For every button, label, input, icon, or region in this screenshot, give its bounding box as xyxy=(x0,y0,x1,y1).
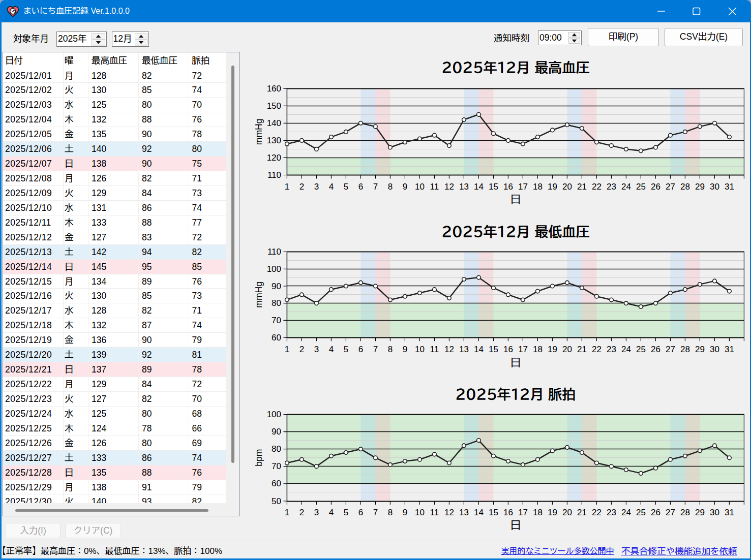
svg-text:13: 13 xyxy=(459,345,469,354)
svg-text:mmHg: mmHg xyxy=(254,119,264,145)
svg-text:27: 27 xyxy=(666,182,675,192)
svg-text:11: 11 xyxy=(430,508,439,517)
svg-text:4: 4 xyxy=(329,508,334,517)
svg-text:17: 17 xyxy=(518,345,528,354)
svg-text:日: 日 xyxy=(510,519,521,532)
svg-text:30: 30 xyxy=(710,508,719,517)
svg-text:27: 27 xyxy=(666,508,675,517)
svg-text:11: 11 xyxy=(430,345,439,354)
svg-text:27: 27 xyxy=(666,345,675,354)
svg-text:22: 22 xyxy=(592,345,602,354)
svg-text:70: 70 xyxy=(272,316,281,325)
svg-text:1: 1 xyxy=(285,508,289,517)
svg-text:10: 10 xyxy=(415,508,425,517)
svg-text:10: 10 xyxy=(415,182,425,192)
svg-text:18: 18 xyxy=(533,345,543,354)
svg-text:20: 20 xyxy=(562,182,572,192)
svg-text:14: 14 xyxy=(474,345,484,354)
svg-text:29: 29 xyxy=(695,182,705,192)
svg-text:13: 13 xyxy=(459,182,469,192)
svg-text:2025年12月 脈拍: 2025年12月 脈拍 xyxy=(456,387,576,401)
svg-text:6: 6 xyxy=(358,182,363,192)
svg-text:26: 26 xyxy=(651,508,660,517)
svg-text:12: 12 xyxy=(444,182,454,192)
svg-text:30: 30 xyxy=(710,182,719,192)
svg-text:9: 9 xyxy=(403,182,407,192)
svg-text:29: 29 xyxy=(695,508,705,517)
svg-text:100: 100 xyxy=(267,410,281,419)
svg-text:150: 150 xyxy=(267,101,281,111)
svg-text:100: 100 xyxy=(267,264,281,274)
svg-text:23: 23 xyxy=(607,345,616,354)
svg-text:15: 15 xyxy=(489,508,498,517)
svg-text:16: 16 xyxy=(503,182,513,192)
svg-text:16: 16 xyxy=(503,508,513,517)
svg-text:2: 2 xyxy=(299,182,304,192)
svg-text:31: 31 xyxy=(725,182,734,192)
svg-text:12: 12 xyxy=(444,345,454,354)
svg-text:5: 5 xyxy=(344,345,348,354)
svg-text:20: 20 xyxy=(562,508,572,517)
svg-text:5: 5 xyxy=(344,508,348,517)
svg-text:110: 110 xyxy=(267,170,281,180)
svg-text:31: 31 xyxy=(725,345,734,354)
svg-text:8: 8 xyxy=(388,182,393,192)
svg-text:10: 10 xyxy=(415,345,425,354)
svg-text:8: 8 xyxy=(388,345,393,354)
svg-text:17: 17 xyxy=(518,182,528,192)
svg-text:120: 120 xyxy=(267,153,281,163)
svg-text:4: 4 xyxy=(329,182,334,192)
svg-text:23: 23 xyxy=(607,508,616,517)
svg-text:19: 19 xyxy=(548,508,557,517)
svg-text:14: 14 xyxy=(474,508,484,517)
svg-text:20: 20 xyxy=(562,345,572,354)
svg-text:7: 7 xyxy=(373,182,378,192)
svg-text:13: 13 xyxy=(459,508,469,517)
svg-text:日: 日 xyxy=(510,194,521,206)
svg-text:28: 28 xyxy=(680,182,690,192)
svg-text:日: 日 xyxy=(510,357,521,369)
svg-text:9: 9 xyxy=(403,508,407,517)
svg-text:90: 90 xyxy=(272,282,281,291)
svg-text:25: 25 xyxy=(636,508,646,517)
svg-text:14: 14 xyxy=(474,182,484,192)
svg-text:80: 80 xyxy=(272,444,281,454)
svg-text:80: 80 xyxy=(272,298,281,308)
svg-text:3: 3 xyxy=(314,345,319,354)
svg-text:3: 3 xyxy=(314,508,319,517)
svg-text:mmHg: mmHg xyxy=(254,282,264,308)
svg-text:6: 6 xyxy=(358,345,363,354)
svg-text:2025年12月 最高血圧: 2025年12月 最高血圧 xyxy=(442,60,590,74)
svg-text:16: 16 xyxy=(503,345,513,354)
svg-text:2: 2 xyxy=(299,345,304,354)
svg-text:21: 21 xyxy=(577,182,587,192)
svg-text:50: 50 xyxy=(272,496,281,506)
svg-text:8: 8 xyxy=(388,508,393,517)
svg-text:18: 18 xyxy=(533,182,543,192)
svg-text:bpm: bpm xyxy=(254,449,264,466)
svg-text:70: 70 xyxy=(272,461,281,471)
svg-text:24: 24 xyxy=(621,182,631,192)
svg-text:22: 22 xyxy=(592,508,602,517)
svg-text:3: 3 xyxy=(314,182,319,192)
svg-text:1: 1 xyxy=(285,182,289,192)
svg-text:4: 4 xyxy=(329,345,334,354)
svg-text:18: 18 xyxy=(533,508,543,517)
svg-text:22: 22 xyxy=(592,182,602,192)
svg-text:2: 2 xyxy=(299,508,304,517)
svg-text:130: 130 xyxy=(267,136,281,145)
svg-text:28: 28 xyxy=(680,508,690,517)
svg-text:19: 19 xyxy=(548,182,557,192)
svg-text:110: 110 xyxy=(267,247,281,257)
svg-text:6: 6 xyxy=(358,508,363,517)
svg-text:23: 23 xyxy=(607,182,616,192)
svg-text:160: 160 xyxy=(267,84,281,94)
svg-text:140: 140 xyxy=(267,118,281,128)
svg-text:15: 15 xyxy=(489,345,498,354)
svg-text:25: 25 xyxy=(636,182,646,192)
svg-text:26: 26 xyxy=(651,345,660,354)
svg-text:24: 24 xyxy=(621,345,631,354)
svg-text:28: 28 xyxy=(680,345,690,354)
svg-text:7: 7 xyxy=(373,345,378,354)
svg-text:2025年12月 最低血圧: 2025年12月 最低血圧 xyxy=(442,225,590,238)
